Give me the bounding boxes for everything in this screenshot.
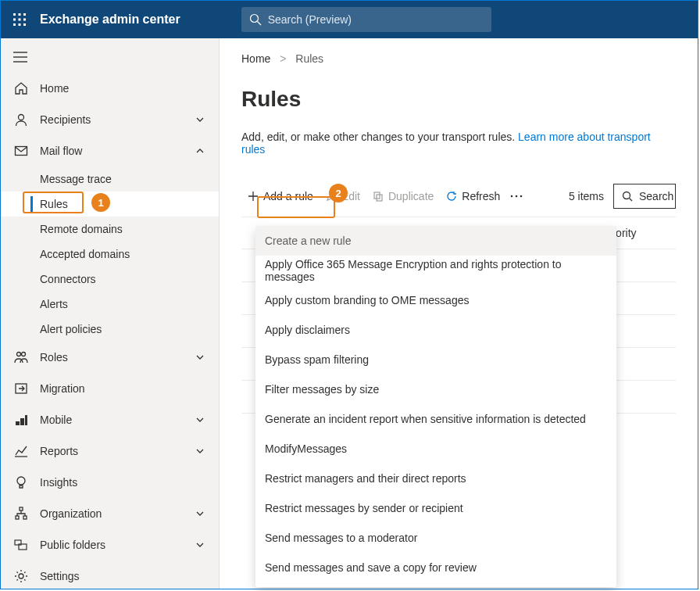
svg-rect-20 [20,418,24,425]
nav-mobile[interactable]: Mobile [1,404,219,435]
nav-label: Migration [40,382,85,395]
dropdown-item[interactable]: Filter messages by size [255,374,616,404]
nav-roles[interactable]: Roles [1,342,219,373]
dropdown-item[interactable]: Apply disclaimers [255,315,616,345]
duplicate-icon [373,191,384,202]
nav-sub-accepted-domains[interactable]: Accepted domains [1,242,219,267]
command-bar: Add a rule Edit Duplicate Refresh [241,181,676,212]
nav-mail-flow[interactable]: Mail flow [1,135,219,167]
global-search-input[interactable] [268,13,484,26]
nav-recipients[interactable]: Recipients [1,104,219,135]
dropdown-item[interactable]: Restrict messages by sender or recipient [255,493,616,523]
search-rules-button[interactable]: Search [613,184,676,209]
nav-sub-rules[interactable]: Rules [1,192,219,217]
nav-reports[interactable]: Reports [1,435,219,467]
svg-line-10 [257,22,261,26]
dropdown-item[interactable]: Send messages and save a copy for review [255,553,616,582]
item-count: 5 items [569,190,604,202]
duplicate-button: Duplicate [366,184,440,209]
top-bar: Exchange admin center [1,1,698,38]
chevron-down-icon [195,540,205,550]
search-icon [249,13,262,26]
dropdown-item[interactable]: Generate an incident report when sensiti… [255,404,616,434]
dropdown-item[interactable]: Send messages to a moderator [255,523,616,553]
folders-icon [13,538,29,552]
nav-label: Reports [40,445,78,457]
svg-point-29 [19,574,23,578]
svg-rect-6 [13,23,16,26]
add-rule-button[interactable]: Add a rule [241,184,320,209]
nav-sub-alert-policies[interactable]: Alert policies [1,317,219,342]
dropdown-item-create-new-rule[interactable]: Create a new rule [255,226,616,256]
app-launcher-icon[interactable] [1,1,38,38]
nav-sub-remote-domains[interactable]: Remote domains [1,217,219,242]
svg-rect-7 [19,23,21,26]
dropdown-item[interactable]: Apply Office 365 Message Encryption and … [255,256,616,285]
svg-rect-24 [20,507,23,510]
nav-label: Home [40,82,69,95]
chevron-down-icon [195,509,205,518]
svg-rect-19 [16,421,20,425]
svg-rect-0 [13,13,16,16]
nav-label: Mail flow [40,145,82,157]
breadcrumb: Home > Rules [241,52,676,65]
dropdown-item[interactable]: ModifyMessages [255,434,616,464]
nav-public-folders[interactable]: Public folders [1,529,219,561]
refresh-button[interactable]: Refresh [440,184,506,209]
more-actions-button[interactable] [506,184,531,209]
svg-rect-3 [13,19,16,21]
selection-indicator [30,196,33,212]
collapse-nav-button[interactable] [1,41,219,73]
nav-organization[interactable]: Organization [1,498,219,529]
gear-icon [13,569,29,583]
svg-point-32 [511,195,513,198]
nav-sub-label: Remote domains [40,223,123,235]
chevron-down-icon [195,446,205,456]
dropdown-item[interactable]: Apply custom branding to OME messages [255,285,616,315]
global-search[interactable] [241,7,491,32]
svg-rect-25 [16,516,19,519]
chevron-down-icon [195,115,205,124]
svg-point-14 [19,115,24,120]
reports-icon [13,444,29,458]
svg-rect-1 [19,13,21,16]
nav-settings[interactable]: Settings [1,561,219,589]
page-description: Add, edit, or make other changes to your… [241,131,676,156]
nav-sub-connectors[interactable]: Connectors [1,267,219,292]
svg-rect-21 [25,415,27,425]
nav-label: Organization [40,507,102,520]
nav-label: Insights [40,476,77,489]
org-icon [13,507,29,521]
edit-icon [326,191,337,202]
nav-home[interactable]: Home [1,73,219,104]
nav-sub-message-trace[interactable]: Message trace [1,167,219,192]
svg-rect-8 [23,23,26,26]
nav-sub-alerts[interactable]: Alerts [1,292,219,317]
dropdown-item[interactable]: Restrict managers and their direct repor… [255,464,616,493]
svg-point-16 [17,353,21,356]
page-title: Rules [241,87,676,112]
nav-sub-label: Connectors [40,273,96,285]
svg-rect-4 [19,19,21,21]
edit-button: Edit [320,184,366,209]
chevron-up-icon [195,146,205,156]
nav-insights[interactable]: Insights [1,467,219,498]
migration-icon [13,381,29,396]
mail-icon [13,144,29,158]
sidebar: Home Recipients Mail flow Message trace … [1,38,220,589]
svg-point-9 [250,15,258,23]
chevron-down-icon [195,415,205,424]
breadcrumb-separator: > [280,52,286,65]
breadcrumb-home[interactable]: Home [241,52,270,65]
nav-label: Roles [40,351,68,364]
dropdown-item[interactable]: Bypass spam filtering [255,345,616,374]
add-rule-dropdown: Create a new rule Apply Office 365 Messa… [255,226,616,587]
nav-migration[interactable]: Migration [1,373,219,404]
nav-label: Public folders [40,539,105,551]
svg-point-17 [22,353,26,356]
ellipsis-icon [509,191,523,202]
svg-line-36 [630,199,633,202]
nav-label: Recipients [40,113,91,126]
search-icon [622,191,633,202]
mobile-icon [13,413,29,427]
